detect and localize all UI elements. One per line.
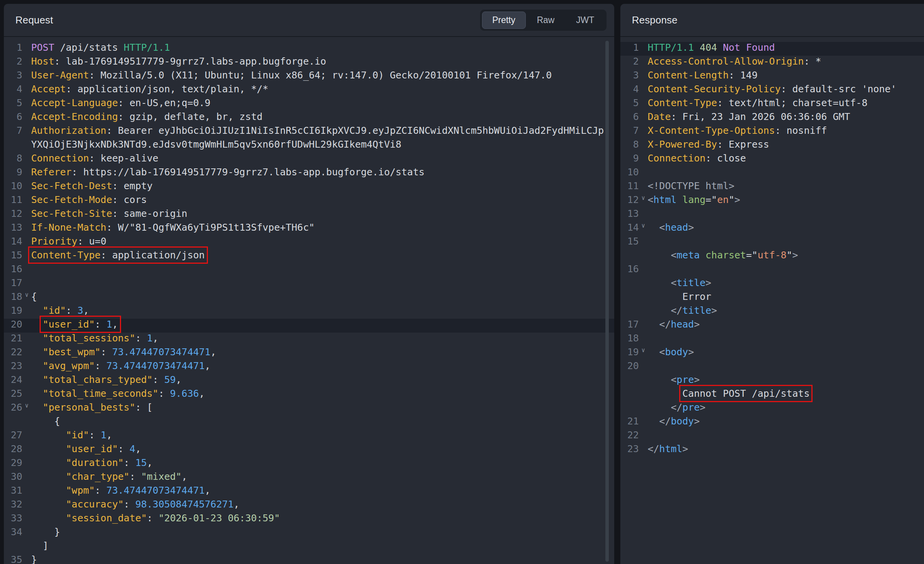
tab-raw[interactable]: Raw [527, 12, 565, 29]
code-line: Cannot POST /api/stats [620, 388, 924, 402]
code-token: : [118, 443, 130, 454]
code-line-content: </title> [648, 305, 924, 319]
response-viewer[interactable]: 1HTTP/1.1 404 Not Found2Access-Control-A… [620, 37, 924, 457]
response-panel-title: Response [632, 14, 678, 26]
code-token: Content-Length [648, 70, 729, 81]
code-line: 8X-Powered-By: Express [620, 139, 924, 153]
line-number [4, 416, 22, 429]
code-token [648, 402, 671, 413]
code-line: 21 </body> [620, 416, 924, 429]
tab-jwt[interactable]: JWT [566, 12, 605, 29]
fold-gutter-spacer [22, 166, 31, 180]
fold-gutter-spacer [22, 250, 31, 263]
fold-chevron-icon[interactable]: ∨ [639, 346, 648, 360]
line-number [620, 388, 639, 402]
code-token: : Mozilla/5.0 (X11; Ubuntu; Linux x86_64… [89, 70, 552, 81]
code-line-content: Host: lab-1769149517779-9grrz7.labs-app.… [31, 56, 614, 70]
code-token: "total_chars_typed" [43, 374, 153, 385]
code-token: , [135, 443, 141, 454]
fold-gutter-spacer [639, 305, 648, 319]
code-token: "user_id" [66, 443, 118, 454]
code-line-content [648, 360, 924, 374]
fold-gutter-spacer [22, 139, 31, 153]
fold-chevron-icon[interactable]: ∨ [22, 402, 31, 416]
code-line-content: Cannot POST /api/stats [648, 388, 924, 402]
code-token: : * [804, 56, 821, 67]
fold-gutter-spacer [639, 236, 648, 250]
line-number: 22 [620, 429, 639, 443]
code-line-content: "best_wpm": 73.47447073474471, [31, 346, 614, 360]
code-token [648, 374, 671, 385]
line-number: 10 [4, 180, 22, 194]
code-line-content: Content-Type: application/json [31, 250, 614, 263]
request-scrollbar[interactable] [605, 41, 609, 562]
fold-chevron-icon[interactable]: ∨ [639, 194, 648, 208]
fold-gutter-spacer [22, 236, 31, 250]
code-token: : [124, 457, 135, 468]
code-line-content: "duration": 15, [31, 457, 614, 471]
code-token: meta [676, 250, 700, 261]
line-number: 4 [620, 83, 639, 97]
code-line: <meta charset="utf-8"> [620, 250, 924, 263]
code-line-content: "session_date": "2026-01-23 06:30:59" [31, 512, 614, 526]
code-line-content: Accept-Language: en-US,en;q=0.9 [31, 97, 614, 111]
code-line: 19 "id": 3, [4, 305, 614, 319]
fold-gutter-spacer [639, 388, 648, 402]
code-token: : u=0 [77, 236, 106, 247]
line-number: 11 [4, 194, 22, 208]
code-line-content: <html lang="en"> [648, 194, 924, 208]
code-token: "user_id" [43, 319, 95, 330]
fold-gutter-spacer [22, 97, 31, 111]
fold-gutter-spacer [639, 277, 648, 291]
line-number: 17 [620, 319, 639, 333]
line-number [4, 540, 22, 554]
view-mode-tabs: Pretty Raw JWT [480, 10, 607, 31]
code-line: 10Sec-Fetch-Dest: empty [4, 180, 614, 194]
fold-gutter-spacer [639, 111, 648, 125]
fold-gutter-spacer [639, 97, 648, 111]
code-token: "char_type" [66, 471, 130, 482]
code-token [31, 471, 66, 482]
code-line: YXQiOjE3NjkxNDk3NTd9.eJdsv0tmgWmHLm5qv5x… [4, 139, 614, 153]
fold-gutter-spacer [639, 166, 648, 180]
code-token: : empty [112, 180, 153, 191]
line-number: 30 [4, 471, 22, 485]
code-token: 1 [106, 319, 112, 330]
code-token: : Express [717, 139, 769, 150]
fold-gutter-spacer [22, 180, 31, 194]
line-number: 20 [620, 360, 639, 374]
code-line-content: "total_chars_typed": 59, [31, 374, 614, 388]
code-line-content: </body> [648, 416, 924, 429]
line-number: 34 [4, 526, 22, 540]
code-token: Error [648, 291, 711, 302]
fold-gutter-spacer [639, 402, 648, 416]
tab-pretty[interactable]: Pretty [482, 12, 526, 29]
code-token: "id" [66, 429, 89, 441]
code-token: =" [706, 194, 717, 205]
fold-chevron-icon[interactable]: ∨ [639, 222, 648, 236]
fold-chevron-icon[interactable]: ∨ [22, 291, 31, 305]
line-number: 16 [4, 263, 22, 277]
code-token [31, 346, 43, 358]
request-editor[interactable]: 1POST /api/stats HTTP/1.12Host: lab-1769… [4, 37, 614, 564]
code-token: : [95, 485, 106, 496]
code-token: Not Found [723, 42, 775, 53]
code-token: < [659, 346, 665, 358]
code-token: "personal_bests" [43, 402, 135, 413]
fold-gutter-spacer [22, 457, 31, 471]
code-token: Accept [31, 83, 66, 95]
code-token [31, 485, 66, 496]
code-token: YXQiOjE3NjkxNDk3NTd9.eJdsv0tmgWmHLm5qv5x… [31, 139, 401, 150]
code-line: 1HTTP/1.1 404 Not Found [620, 42, 924, 56]
code-token [31, 402, 43, 413]
line-number: 13 [620, 208, 639, 222]
code-line-content [648, 429, 924, 443]
code-line: 6Date: Fri, 23 Jan 2026 06:36:06 GMT [620, 111, 924, 125]
code-token: > [706, 277, 711, 288]
code-token: } [31, 526, 60, 537]
code-token: : Fri, 23 Jan 2026 06:36:06 GMT [671, 111, 850, 122]
code-line-content: { [31, 416, 614, 429]
line-number [620, 374, 639, 388]
code-line: 30 "char_type": "mixed", [4, 471, 614, 485]
fold-gutter-spacer [639, 56, 648, 70]
